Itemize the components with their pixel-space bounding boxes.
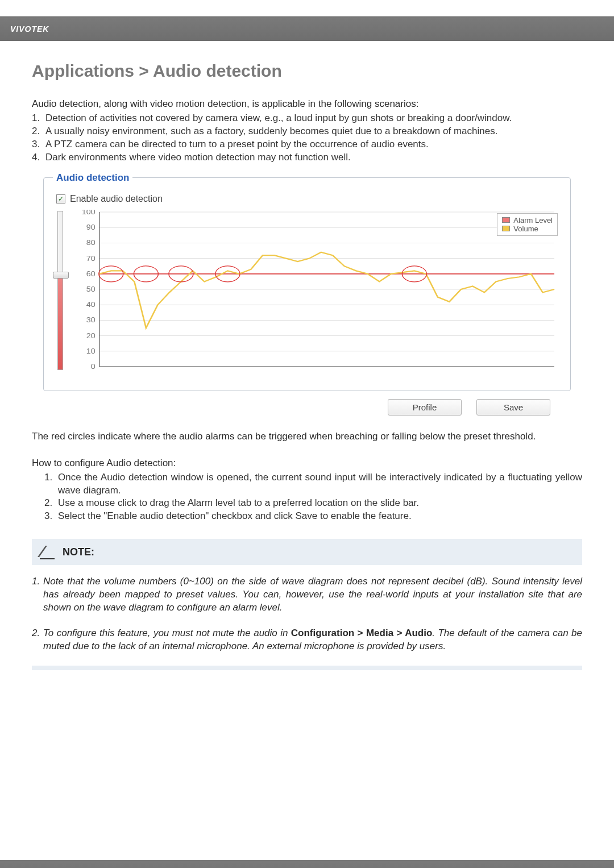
panel-legend: Audio detection (53, 172, 132, 184)
red-circles-text: The red circles indicate where the audio… (32, 430, 582, 443)
brand: VIVOTEK (10, 24, 49, 34)
svg-text:100: 100 (82, 210, 96, 216)
enable-audio-label: Enable audio detection (70, 194, 163, 204)
note-list: Note that the volume numbers (0~100) on … (32, 575, 582, 653)
list-item: Dark environments where video motion det… (32, 151, 582, 164)
audio-chart: 0102030405060708090100 Alarm Level Volum… (72, 210, 561, 375)
footer-bar: 122 - User's Manual (0, 860, 614, 868)
alarm-level-slider[interactable] (57, 211, 63, 370)
svg-text:80: 80 (86, 239, 96, 247)
svg-text:40: 40 (86, 301, 96, 309)
header-bar: VIVOTEK (0, 16, 614, 41)
slider-thumb[interactable] (53, 272, 69, 279)
list-item: Note that the volume numbers (0~100) on … (32, 575, 582, 614)
svg-text:50: 50 (86, 285, 96, 293)
profile-button[interactable]: Profile (388, 399, 462, 416)
note-bold: Configuration > Media > Audio (291, 628, 433, 638)
save-button[interactable]: Save (476, 399, 550, 416)
chart-legend: Alarm Level Volume (497, 213, 558, 236)
list-item: A PTZ camera can be directed to turn to … (32, 138, 582, 151)
note-heading-bar: NOTE: (32, 539, 582, 565)
svg-text:70: 70 (86, 254, 96, 262)
svg-text:90: 90 (86, 223, 96, 231)
list-item: Detection of activities not covered by c… (32, 112, 582, 125)
legend-swatch-alarm (502, 217, 510, 223)
intro-text: Audio detection, along with video motion… (32, 98, 582, 111)
legend-swatch-volume (502, 226, 510, 231)
howto-list: Once the Audio detection window is opene… (44, 471, 582, 524)
svg-text:20: 20 (86, 331, 96, 339)
note-text: Note that the volume numbers (0~100) on … (43, 576, 582, 613)
audio-detection-panel: Audio detection ✓ Enable audio detection… (43, 172, 571, 391)
legend-label-volume: Volume (513, 225, 538, 233)
howto-title: How to configure Audio detection: (32, 457, 582, 470)
svg-text:10: 10 (86, 347, 96, 355)
list-item: To configure this feature, you must not … (32, 627, 582, 653)
page-title: Applications > Audio detection (32, 61, 582, 81)
list-item: Use a mouse click to drag the Alarm leve… (44, 497, 582, 510)
legend-label-alarm: Alarm Level (513, 216, 553, 225)
list-item: Once the Audio detection window is opene… (44, 471, 582, 497)
list-item: Select the "Enable audio detection" chec… (44, 510, 582, 523)
svg-text:30: 30 (86, 316, 96, 324)
note-end-bar (32, 666, 582, 670)
svg-text:60: 60 (86, 270, 96, 278)
scenario-list: Detection of activities not covered by c… (32, 112, 582, 164)
svg-text:0: 0 (91, 363, 96, 371)
pencil-icon (40, 545, 55, 559)
list-item: A usually noisy environment, such as a f… (32, 125, 582, 138)
note-heading: NOTE: (63, 546, 94, 558)
enable-audio-checkbox[interactable]: ✓ (56, 194, 65, 203)
note-text: To configure this feature, you must not … (43, 628, 291, 638)
